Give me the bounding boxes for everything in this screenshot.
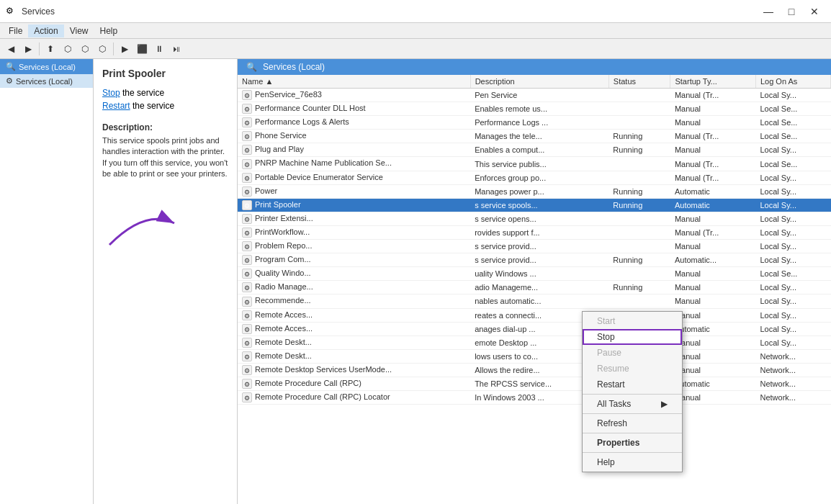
tree-header-label: Services (Local) xyxy=(19,63,76,71)
table-row[interactable]: ⚙Remote Acces...anages dial-up ...Runnin… xyxy=(238,322,831,336)
table-row[interactable]: ⚙Phone ServiceManages the tele...Running… xyxy=(238,130,831,143)
restart-line: Restart the service xyxy=(102,101,228,111)
toolbar-back[interactable]: ◀ xyxy=(3,41,19,57)
service-logon-cell: Local Sy... xyxy=(755,281,830,294)
toolbar-start[interactable]: ▶ xyxy=(117,41,132,57)
service-logon-cell: Local Sy... xyxy=(755,294,830,308)
service-name-cell: ⚙Print Spooler xyxy=(238,198,470,212)
service-startup-cell: Automatic... xyxy=(670,253,756,267)
service-name-cell: ⚙Performance Counter DLL Host xyxy=(238,102,470,116)
main-content: 🔍 Services (Local) ⚙ Services (Local) Pr… xyxy=(0,59,831,504)
table-row[interactable]: ⚙Remote Procedure Call (RPC)The RPCSS se… xyxy=(238,377,831,390)
table-row[interactable]: ⚙Performance Logs & AlertsPerformance Lo… xyxy=(238,116,831,130)
window-controls: — □ ✕ xyxy=(758,4,825,19)
table-row[interactable]: ⚙Quality Windo...uality Windows ...Manua… xyxy=(238,267,831,281)
table-row[interactable]: ⚙Plug and PlayEnables a comput...Running… xyxy=(238,143,831,157)
table-row[interactable]: ⚙PNRP Machine Name Publication Se...This… xyxy=(238,157,831,171)
context-menu-item-properties[interactable]: Properties xyxy=(583,435,682,451)
toolbar-show-hide[interactable]: ⬡ xyxy=(60,41,76,57)
service-startup-cell: Manual (Tr... xyxy=(670,225,756,239)
service-logon-cell: Local Sy... xyxy=(755,212,830,225)
col-name[interactable]: Name ▲ xyxy=(238,75,470,89)
tree-item-services-local[interactable]: ⚙ Services (Local) xyxy=(0,74,93,88)
service-name-cell: ⚙Quality Windo... xyxy=(238,267,470,281)
col-status[interactable]: Status xyxy=(608,75,670,89)
table-row[interactable]: ⚙Portable Device Enumerator ServiceEnfor… xyxy=(238,171,831,184)
minimize-button[interactable]: — xyxy=(758,4,779,19)
table-row[interactable]: ⚙Print Spoolers service spools...Running… xyxy=(238,198,831,212)
context-menu: StartStopPauseResumeRestartAll Tasks▶Ref… xyxy=(582,311,683,472)
service-status-cell xyxy=(608,89,670,102)
service-name-cell: ⚙Remote Desktop Services UserMode... xyxy=(238,363,470,377)
table-row[interactable]: ⚙Recommende...nables automatic...ManualL… xyxy=(238,294,831,308)
service-title: Print Spooler xyxy=(102,68,228,79)
service-name-cell: ⚙Printer Extensi... xyxy=(238,212,470,225)
maximize-button[interactable]: □ xyxy=(781,4,802,19)
service-logon-cell: Network... xyxy=(755,349,830,363)
table-row[interactable]: ⚙Printer Extensi...s service opens...Man… xyxy=(238,212,831,225)
toolbar-refresh2[interactable]: ⬡ xyxy=(94,41,110,57)
desc-title: Description: xyxy=(102,122,228,132)
context-menu-item-help[interactable]: Help xyxy=(583,454,682,470)
tree-item-label: Services (Local) xyxy=(16,77,73,86)
service-startup-cell: Automatic xyxy=(670,198,756,212)
menu-file[interactable]: File xyxy=(3,24,28,37)
context-menu-item-restart[interactable]: Restart xyxy=(583,377,682,392)
context-menu-item-all-tasks[interactable]: All Tasks▶ xyxy=(583,396,682,412)
close-button[interactable]: ✕ xyxy=(804,4,825,19)
toolbar-sep1 xyxy=(39,42,40,55)
service-logon-cell: Local Se... xyxy=(755,157,830,171)
service-startup-cell: Manual xyxy=(670,391,756,405)
table-row[interactable]: ⚙PrintWorkflow...rovides support f...Man… xyxy=(238,225,831,239)
service-status-cell xyxy=(608,294,670,308)
service-status-cell xyxy=(608,116,670,130)
table-row[interactable]: ⚙Remote Deskt...emote Desktop ...ManualL… xyxy=(238,336,831,349)
service-name-cell: ⚙PenService_76e83 xyxy=(238,89,470,102)
toolbar-up[interactable]: ⬆ xyxy=(42,41,58,57)
services-table: Name ▲ Description Status Startup Ty... … xyxy=(238,75,831,405)
menu-view[interactable]: View xyxy=(64,24,94,37)
service-startup-cell: Manual xyxy=(670,336,756,349)
col-description[interactable]: Description xyxy=(470,75,608,89)
services-table-scroll[interactable]: Name ▲ Description Status Startup Ty... … xyxy=(238,75,831,500)
menu-help[interactable]: Help xyxy=(94,24,124,37)
service-logon-cell: Local Se... xyxy=(755,116,830,130)
context-menu-item-stop[interactable]: Stop xyxy=(583,329,682,345)
service-startup-cell: Manual (Tr... xyxy=(670,89,756,102)
restart-suffix: the service xyxy=(132,101,174,111)
table-row[interactable]: ⚙Remote Procedure Call (RPC) LocatorIn W… xyxy=(238,391,831,405)
stop-link[interactable]: Stop xyxy=(102,88,120,98)
table-row[interactable]: ⚙Performance Counter DLL HostEnables rem… xyxy=(238,102,831,116)
service-name-cell: ⚙Remote Procedure Call (RPC) xyxy=(238,377,470,390)
toolbar-stop[interactable]: ⬛ xyxy=(134,41,150,57)
service-logon-cell: Local Sy... xyxy=(755,143,830,157)
table-row[interactable]: ⚙Remote Acces...reates a connecti...Manu… xyxy=(238,308,831,322)
context-menu-item-refresh[interactable]: Refresh xyxy=(583,415,682,431)
service-name-cell: ⚙Performance Logs & Alerts xyxy=(238,116,470,130)
arrow-annotation xyxy=(102,194,189,252)
context-menu-separator xyxy=(583,413,682,414)
toolbar-restart[interactable]: ⏯ xyxy=(169,41,184,57)
restart-link[interactable]: Restart xyxy=(102,101,130,111)
toolbar-forward[interactable]: ▶ xyxy=(20,41,36,57)
service-logon-cell: Local Se... xyxy=(755,102,830,116)
menu-action[interactable]: Action xyxy=(28,24,63,37)
table-row[interactable]: ⚙Program Com...s service provid...Runnin… xyxy=(238,253,831,267)
toolbar-sep2 xyxy=(113,42,114,55)
table-row[interactable]: ⚙Problem Repo...s service provid...Manua… xyxy=(238,240,831,253)
service-description: This service spools print jobs and handl… xyxy=(102,135,228,180)
table-row[interactable]: ⚙PenService_76e83Pen ServiceManual (Tr..… xyxy=(238,89,831,102)
table-row[interactable]: ⚙PowerManages power p...RunningAutomatic… xyxy=(238,184,831,198)
service-startup-cell: Manual xyxy=(670,143,756,157)
service-name-cell: ⚙Remote Procedure Call (RPC) Locator xyxy=(238,391,470,405)
table-row[interactable]: ⚙Remote Desktop Services UserMode...Allo… xyxy=(238,363,831,377)
col-startup[interactable]: Startup Ty... xyxy=(670,75,756,89)
toolbar-pause[interactable]: ⏸ xyxy=(151,41,167,57)
toolbar-properties[interactable]: ⬡ xyxy=(77,41,93,57)
table-row[interactable]: ⚙Remote Deskt...lows users to co...Manua… xyxy=(238,349,831,363)
col-logon[interactable]: Log On As xyxy=(755,75,830,89)
table-row[interactable]: ⚙Radio Manage...adio Manageme...RunningM… xyxy=(238,281,831,294)
service-logon-cell: Local Sy... xyxy=(755,253,830,267)
service-desc-cell: rovides support f... xyxy=(470,225,608,239)
service-desc-cell: uality Windows ... xyxy=(470,267,608,281)
